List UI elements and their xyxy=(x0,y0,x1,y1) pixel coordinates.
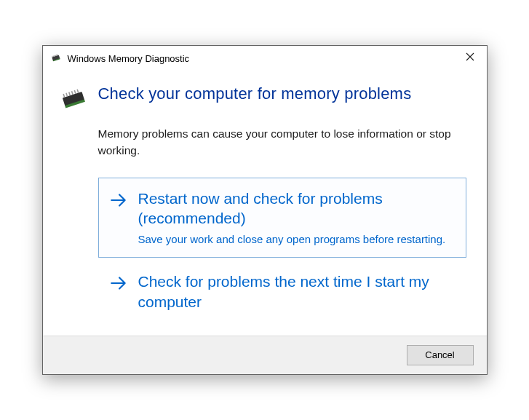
command-link-list: Restart now and check for problems (reco… xyxy=(98,178,466,322)
svg-line-10 xyxy=(63,94,65,98)
memory-chip-icon xyxy=(50,52,62,64)
close-icon xyxy=(466,51,474,64)
memory-chip-icon xyxy=(59,85,88,113)
option-restart-now[interactable]: Restart now and check for problems (reco… xyxy=(98,178,466,258)
arrow-right-icon xyxy=(109,191,128,210)
svg-line-14 xyxy=(74,90,76,94)
option-title: Restart now and check for problems (reco… xyxy=(138,189,454,229)
memory-diagnostic-dialog: Windows Memory Diagnostic xyxy=(42,45,488,375)
option-title: Check for problems the next time I start… xyxy=(138,272,454,312)
dialog-description: Memory problems can cause your computer … xyxy=(98,126,466,159)
option-next-start[interactable]: Check for problems the next time I start… xyxy=(98,261,466,322)
dialog-content: Check your computer for memory problems … xyxy=(43,71,487,336)
dialog-heading: Check your computer for memory problems xyxy=(98,84,412,104)
svg-line-15 xyxy=(77,90,79,93)
svg-line-12 xyxy=(68,92,70,96)
svg-line-11 xyxy=(65,93,67,97)
titlebar: Windows Memory Diagnostic xyxy=(43,46,487,71)
button-bar: Cancel xyxy=(43,336,487,374)
arrow-right-icon xyxy=(109,274,128,293)
window-title: Windows Memory Diagnostic xyxy=(68,53,190,64)
option-subtitle: Save your work and close any open progra… xyxy=(138,231,454,247)
cancel-button[interactable]: Cancel xyxy=(407,345,474,365)
close-button[interactable] xyxy=(453,46,487,69)
svg-line-13 xyxy=(71,91,73,95)
